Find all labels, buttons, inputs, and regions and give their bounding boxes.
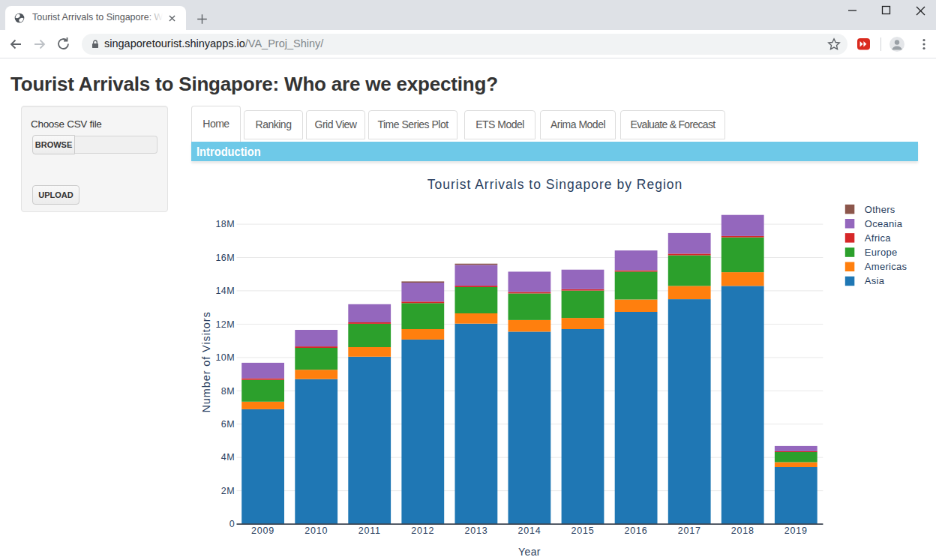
svg-text:2013: 2013 bbox=[464, 526, 488, 536]
svg-text:2010: 2010 bbox=[304, 526, 328, 536]
svg-text:2009: 2009 bbox=[251, 526, 274, 536]
svg-text:Others: Others bbox=[865, 204, 896, 215]
svg-text:2019: 2019 bbox=[784, 526, 808, 536]
svg-text:12M: 12M bbox=[215, 319, 235, 330]
svg-text:10M: 10M bbox=[215, 352, 235, 363]
svg-text:Year: Year bbox=[518, 546, 541, 558]
svg-text:2016: 2016 bbox=[625, 526, 648, 536]
svg-text:2M: 2M bbox=[221, 486, 235, 496]
svg-text:18M: 18M bbox=[215, 219, 235, 229]
svg-text:4M: 4M bbox=[221, 452, 235, 463]
svg-text:6M: 6M bbox=[221, 419, 235, 430]
svg-text:2014: 2014 bbox=[518, 526, 541, 536]
svg-text:2011: 2011 bbox=[358, 526, 381, 536]
svg-text:2012: 2012 bbox=[411, 526, 434, 536]
svg-text:2018: 2018 bbox=[731, 526, 754, 536]
svg-text:16M: 16M bbox=[215, 253, 235, 263]
svg-text:2017: 2017 bbox=[678, 526, 701, 536]
svg-text:Number of Visitors: Number of Visitors bbox=[200, 311, 212, 412]
svg-text:8M: 8M bbox=[221, 386, 235, 397]
svg-text:0: 0 bbox=[230, 519, 235, 529]
svg-text:Oceania: Oceania bbox=[865, 218, 903, 229]
svg-text:Europe: Europe bbox=[865, 247, 898, 258]
svg-text:Tourist Arrivals to Singapore: Tourist Arrivals to Singapore by Region bbox=[428, 177, 683, 192]
svg-text:14M: 14M bbox=[215, 286, 235, 296]
svg-text:Africa: Africa bbox=[865, 232, 892, 244]
svg-text:Americas: Americas bbox=[865, 261, 908, 272]
svg-text:Asia: Asia bbox=[865, 275, 885, 286]
svg-text:2015: 2015 bbox=[571, 526, 594, 536]
